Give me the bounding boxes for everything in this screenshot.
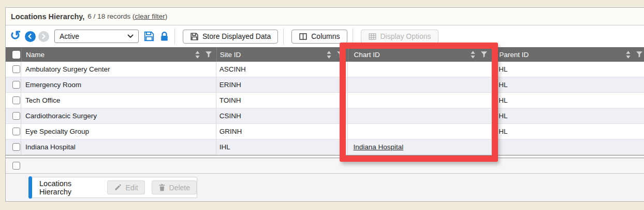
row-checkbox-cell	[6, 62, 21, 77]
forward-icon[interactable]	[38, 31, 49, 42]
cell-chart-id	[348, 93, 492, 108]
table-row: Ambulatory Surgery CenterASCINHHL	[6, 62, 644, 77]
edit-label: Edit	[125, 184, 138, 192]
locations-hierarchy-panel: Locations Hierarchy, 6 / 18 records (cle…	[5, 7, 644, 202]
cell-name: Tech Office	[21, 93, 216, 108]
column-header-label: Name	[26, 51, 45, 59]
chart-id-link[interactable]: Indiana Hospital	[353, 143, 403, 151]
edit-button[interactable]: Edit	[107, 180, 144, 194]
toolbar-separator	[283, 29, 284, 44]
column-header-name[interactable]: Name	[21, 47, 216, 62]
records-count-close: )	[165, 12, 168, 20]
store-displayed-data-button[interactable]: Store Displayed Data	[183, 30, 278, 44]
row-checkbox[interactable]	[12, 112, 20, 120]
columns-icon	[299, 32, 308, 41]
back-icon[interactable]	[25, 31, 36, 42]
title-bar: Locations Hierarchy, 6 / 18 records (cle…	[6, 8, 644, 25]
cell-site-id: ASCINH	[216, 62, 348, 77]
filter-icon[interactable]	[480, 51, 488, 58]
columns-label: Columns	[311, 32, 340, 40]
delete-label: Delete	[169, 184, 190, 192]
floppy-icon	[190, 32, 199, 41]
cell-site-id: IHL	[216, 139, 348, 155]
row-checkbox[interactable]	[12, 96, 20, 104]
pencil-icon	[114, 184, 122, 191]
filter-icon[interactable]	[205, 51, 212, 58]
row-checkbox[interactable]	[12, 81, 20, 89]
records-count: 6 / 18 records (clear filter)	[87, 12, 167, 20]
cell-chart-id	[348, 124, 492, 139]
toolbar: ↺ Active Store Displayed Data	[6, 25, 644, 47]
row-checkbox-cell	[6, 139, 21, 155]
table-row: Eye Specialty GroupGRINHHL	[6, 124, 644, 139]
table-row: Emergency RoomERINHHL	[6, 77, 644, 93]
table-row: Tech OfficeTOINHHL	[6, 93, 644, 108]
toolbar-separator	[353, 29, 353, 44]
cell-name: Cardiothoracic Surgery	[21, 108, 216, 123]
display-options-button[interactable]: Display Options	[361, 30, 438, 44]
clear-filter-link[interactable]: clear filter	[135, 12, 165, 20]
cell-parent-id: HL	[492, 93, 644, 108]
save-icon[interactable]	[143, 31, 155, 42]
display-options-icon	[368, 32, 377, 41]
row-checkbox-cell	[6, 93, 21, 108]
selection-action-card: Locations Hierarchy Edit Delete	[29, 177, 197, 198]
column-header-label: Site ID	[220, 51, 241, 59]
cell-site-id: GRINH	[216, 124, 348, 139]
sort-icon[interactable]	[625, 50, 631, 59]
trash-icon	[158, 184, 166, 191]
cell-name: Emergency Room	[21, 77, 216, 92]
column-header-parent-id[interactable]: Parent ID	[492, 47, 644, 62]
footer-band: Locations Hierarchy Edit Delete	[6, 174, 644, 201]
selection-label: Locations Hierarchy	[39, 179, 100, 196]
header-checkbox-cell	[6, 47, 21, 62]
empty-row	[6, 158, 644, 174]
column-header-label: Parent ID	[499, 51, 529, 59]
status-filter-select[interactable]: Active	[54, 30, 139, 43]
filter-icon[interactable]	[636, 51, 643, 58]
row-checkbox[interactable]	[12, 128, 20, 135]
cell-parent-id	[492, 139, 644, 155]
row-checkbox[interactable]	[12, 162, 20, 170]
cell-site-id: ERINH	[216, 77, 348, 92]
cell-name: Indiana Hospital	[21, 139, 216, 155]
cell-chart-id	[348, 108, 492, 123]
table-body: Ambulatory Surgery CenterASCINHHLEmergen…	[6, 62, 644, 155]
select-all-checkbox[interactable]	[12, 51, 20, 59]
column-header-label: Chart ID	[354, 51, 379, 59]
cell-chart-id	[348, 77, 492, 92]
cell-parent-id: HL	[492, 124, 644, 139]
cell-site-id: TOINH	[216, 93, 348, 108]
cell-name: Eye Specialty Group	[21, 124, 216, 139]
column-header-site-id[interactable]: Site ID	[216, 47, 348, 62]
row-checkbox[interactable]	[12, 65, 20, 73]
filter-icon[interactable]	[336, 51, 344, 58]
screen: Locations Hierarchy, 6 / 18 records (cle…	[0, 0, 644, 210]
records-count-text: 6 / 18 records (	[87, 12, 135, 20]
columns-button[interactable]: Columns	[291, 30, 347, 44]
delete-button[interactable]: Delete	[152, 180, 197, 194]
display-options-label: Display Options	[380, 32, 431, 40]
lock-icon[interactable]	[159, 31, 169, 42]
undo-icon[interactable]: ↺	[10, 29, 21, 42]
cell-site-id: CSINH	[216, 108, 348, 123]
table-row: Indiana HospitalIHLIndiana Hospital	[6, 139, 644, 155]
table-header-row: Name Site ID Chart ID	[6, 47, 644, 62]
sort-icon[interactable]	[470, 50, 476, 59]
column-header-chart-id[interactable]: Chart ID	[348, 47, 492, 62]
cell-parent-id: HL	[492, 77, 644, 92]
page-title: Locations Hierarchy,	[11, 12, 84, 21]
row-checkbox-cell	[6, 124, 21, 139]
sort-icon[interactable]	[326, 50, 332, 59]
row-checkbox[interactable]	[12, 143, 20, 151]
sort-icon[interactable]	[195, 50, 200, 59]
cell-parent-id: HL	[492, 62, 644, 77]
cell-chart-id	[348, 62, 492, 77]
cell-name: Ambulatory Surgery Center	[21, 62, 216, 77]
row-checkbox-cell	[6, 108, 21, 123]
toolbar-separator	[174, 29, 175, 44]
store-displayed-data-label: Store Displayed Data	[202, 32, 271, 40]
status-filter-value: Active	[60, 32, 79, 40]
table-row: Cardiothoracic SurgeryCSINHHL	[6, 108, 644, 124]
accent-bar	[28, 176, 32, 199]
